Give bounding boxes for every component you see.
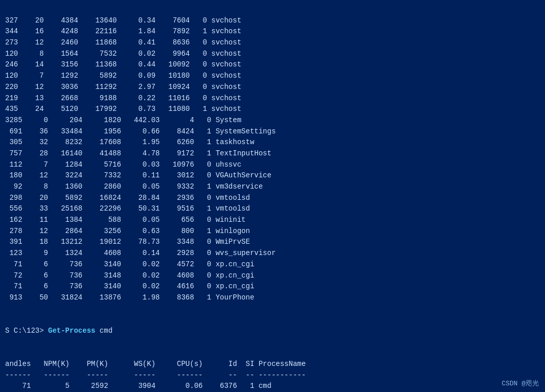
cmd1-keyword: Get-Process <box>48 327 95 335</box>
terminal-window: 327 20 4384 13640 0.34 7604 0 svchost 34… <box>0 0 545 392</box>
prompt1: S C:\123> <box>5 327 48 335</box>
header1: andles NPM(K) PM(K) WS(K) CPU(s) Id SI P… <box>5 360 306 368</box>
data-row-1: 71 5 2592 3904 0.06 6376 1 cmd <box>5 382 271 390</box>
sep1: ------ ------ ----- ----- ------ -- -- -… <box>5 371 306 379</box>
cmd1-arg: cmd <box>95 327 112 335</box>
process-rows: 327 20 4384 13640 0.34 7604 0 svchost 34… <box>5 16 276 302</box>
watermark: CSDN @咫光 <box>502 379 539 388</box>
